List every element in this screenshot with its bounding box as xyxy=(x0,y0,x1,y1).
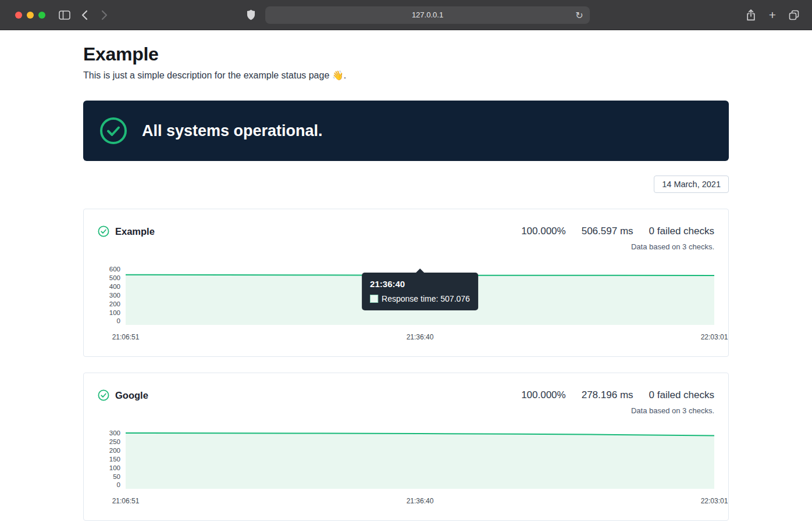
share-icon xyxy=(746,9,756,21)
y-tick-label: 150 xyxy=(109,456,120,463)
plus-icon: + xyxy=(769,9,776,21)
response-time-chart: 300250200150100500 xyxy=(98,430,714,489)
y-tick-label: 0 xyxy=(117,318,120,325)
page-title: Example xyxy=(83,44,729,65)
status-ok-icon xyxy=(98,389,109,401)
url-text: 127.0.0.1 xyxy=(412,10,443,19)
date-row: 14 March, 2021 xyxy=(83,176,729,193)
shield-icon xyxy=(246,9,256,20)
y-tick-label: 300 xyxy=(109,292,120,299)
tab-overview-button[interactable] xyxy=(784,6,804,24)
minimize-window-button[interactable] xyxy=(27,12,34,19)
y-tick-label: 50 xyxy=(113,474,120,481)
chart-y-axis: 6005004003002001000 xyxy=(98,266,126,325)
uptime-percentage: 100.000% xyxy=(521,226,566,237)
page-content: Example This is just a simple descriptio… xyxy=(0,30,812,526)
toolbar-right: + xyxy=(741,6,804,24)
y-tick-label: 200 xyxy=(109,448,120,455)
y-tick-label: 500 xyxy=(109,275,120,282)
back-button[interactable] xyxy=(74,6,94,24)
address-bar[interactable]: 127.0.0.1 ↻ xyxy=(265,6,590,24)
y-tick-label: 200 xyxy=(109,301,120,308)
chart-tooltip: 21:36:40 Response time: 507.076 xyxy=(362,273,478,310)
x-tick-label: 21:36:40 xyxy=(407,333,434,341)
chart-plot-area[interactable] xyxy=(126,430,714,489)
y-tick-label: 100 xyxy=(109,310,120,317)
chart-x-axis: 21:06:5121:36:4022:03:01 xyxy=(126,325,714,343)
check-circle-icon xyxy=(99,117,127,145)
x-tick-label: 21:06:51 xyxy=(112,333,140,341)
x-tick-label: 22:03:01 xyxy=(701,497,728,505)
y-tick-label: 400 xyxy=(109,284,120,291)
monitor-card-example: Example 100.000% 506.597 ms 0 failed che… xyxy=(83,209,729,357)
x-tick-label: 22:03:01 xyxy=(701,333,728,341)
checks-note: Data based on 3 checks. xyxy=(631,242,714,251)
window-controls xyxy=(15,12,45,19)
x-tick-label: 21:36:40 xyxy=(407,497,434,505)
privacy-shield-button[interactable] xyxy=(241,6,261,24)
close-window-button[interactable] xyxy=(15,12,22,19)
response-time-chart: 6005004003002001000 21:36:40 Response ti… xyxy=(98,266,714,325)
y-tick-label: 0 xyxy=(117,482,120,489)
y-tick-label: 250 xyxy=(109,439,120,446)
tooltip-series-swatch xyxy=(370,295,378,303)
tooltip-value: Response time: 507.076 xyxy=(382,294,470,303)
monitor-card-google: Google 100.000% 278.196 ms 0 failed chec… xyxy=(83,373,729,521)
failed-checks: 0 failed checks xyxy=(649,389,714,401)
status-ok-icon xyxy=(98,226,109,237)
zoom-window-button[interactable] xyxy=(38,12,45,19)
forward-button[interactable] xyxy=(94,6,114,24)
browser-toolbar: 127.0.0.1 ↻ + xyxy=(0,0,812,30)
y-tick-label: 600 xyxy=(109,266,120,273)
monitor-name: Google xyxy=(115,390,148,401)
monitor-name: Example xyxy=(115,226,155,237)
status-banner-text: All systems operational. xyxy=(142,122,323,140)
browser-window: 127.0.0.1 ↻ + xyxy=(0,0,812,526)
reload-icon: ↻ xyxy=(575,10,583,20)
y-tick-label: 300 xyxy=(109,430,120,437)
status-banner: All systems operational. xyxy=(83,101,729,161)
sidebar-toggle-button[interactable] xyxy=(55,6,74,24)
uptime-percentage: 100.000% xyxy=(521,389,566,401)
chevron-left-icon xyxy=(81,10,88,20)
chart-x-axis: 21:06:5121:36:4022:03:01 xyxy=(126,489,714,507)
chevron-right-icon xyxy=(101,10,108,20)
checks-note: Data based on 3 checks. xyxy=(631,406,714,415)
new-tab-button[interactable]: + xyxy=(763,6,782,24)
chart-y-axis: 300250200150100500 xyxy=(98,430,126,489)
tabs-icon xyxy=(789,10,799,20)
toolbar-center: 127.0.0.1 ↻ xyxy=(114,6,741,24)
reload-button[interactable]: ↻ xyxy=(571,6,587,24)
date-picker-button[interactable]: 14 March, 2021 xyxy=(654,176,729,193)
avg-response-time: 278.196 ms xyxy=(582,389,633,401)
share-button[interactable] xyxy=(741,6,761,24)
sidebar-icon xyxy=(59,10,70,20)
chart-canvas xyxy=(126,430,714,489)
page-description: This is just a simple description for th… xyxy=(83,70,729,81)
failed-checks: 0 failed checks xyxy=(649,226,714,237)
tooltip-time: 21:36:40 xyxy=(370,279,470,289)
chart-plot-area[interactable]: 21:36:40 Response time: 507.076 xyxy=(126,266,714,325)
y-tick-label: 100 xyxy=(109,465,120,472)
x-tick-label: 21:06:51 xyxy=(112,497,140,505)
avg-response-time: 506.597 ms xyxy=(582,226,633,237)
